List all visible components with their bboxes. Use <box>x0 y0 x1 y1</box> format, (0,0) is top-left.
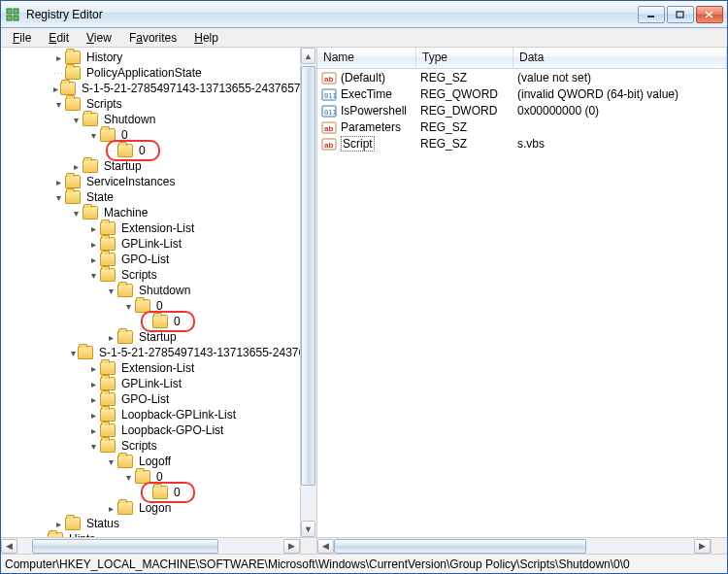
tree-connector: ⋯ <box>141 317 150 326</box>
menu-edit[interactable]: EditEdit <box>41 30 77 46</box>
collapse-icon[interactable]: ▾ <box>88 130 98 140</box>
tree-node-label: ServiceInstances <box>84 175 177 188</box>
expand-icon[interactable]: ▸ <box>88 223 98 233</box>
tree-scroll-area[interactable]: ▸History⋯PolicyApplicationState▸S-1-5-21… <box>1 48 300 537</box>
scroll-right-button[interactable]: ▶ <box>283 539 300 554</box>
collapse-icon[interactable]: ▾ <box>106 286 116 295</box>
expand-icon[interactable]: ▸ <box>88 254 98 264</box>
expand-icon[interactable]: ▸ <box>106 332 116 342</box>
tree-node[interactable]: ▾Scripts <box>1 438 300 454</box>
tree-node[interactable]: ▾Shutdown <box>1 112 300 127</box>
value-row[interactable]: abScriptREG_SZs.vbs <box>317 135 727 152</box>
svg-text:ab: ab <box>324 124 333 133</box>
menu-view[interactable]: ViewView <box>79 30 119 46</box>
tree-node[interactable]: ▸GPLink-List <box>1 236 300 252</box>
values-list[interactable]: ab(Default)REG_SZ(value not set)011ExecT… <box>317 69 727 537</box>
scroll-right-button[interactable]: ▶ <box>694 539 711 554</box>
maximize-button[interactable] <box>667 6 694 23</box>
close-button[interactable] <box>696 6 723 23</box>
menu-file[interactable]: FFileile <box>5 30 39 46</box>
tree-node[interactable]: ▸GPO-List <box>1 252 300 267</box>
collapse-icon[interactable]: ▾ <box>71 348 76 357</box>
tree-node-label: GPLink-List <box>119 377 183 390</box>
collapse-icon[interactable]: ▾ <box>71 115 81 124</box>
tree-node[interactable]: ▸Loopback-GPO-List <box>1 422 300 438</box>
expand-icon[interactable]: ▸ <box>53 84 58 93</box>
collapse-icon[interactable]: ▾ <box>71 208 81 218</box>
tree-node-label: 0 <box>172 486 182 499</box>
tree-node[interactable]: ▸S-1-5-21-2785497143-13713655-24376575 <box>1 81 300 96</box>
expand-icon[interactable]: ▸ <box>88 425 98 435</box>
tree-node[interactable]: ▸Extension-List <box>1 360 300 376</box>
tree-node[interactable]: ▾Scripts <box>1 267 300 283</box>
tree-node[interactable]: ▾Scripts <box>1 96 300 112</box>
collapse-icon[interactable]: ▾ <box>88 270 98 280</box>
svg-rect-2 <box>7 16 12 20</box>
scroll-left-button[interactable]: ◀ <box>317 539 334 554</box>
tree-node[interactable]: ▸GPLink-List <box>1 376 300 391</box>
tree-node[interactable]: ▸Status <box>1 516 300 531</box>
expand-icon[interactable]: ▸ <box>88 379 98 388</box>
tree-node[interactable]: ▾Logoff <box>1 454 300 469</box>
tree-node[interactable]: ▾State <box>1 189 300 205</box>
expand-icon[interactable]: ▸ <box>106 503 116 513</box>
tree-node[interactable]: ▾Machine <box>1 205 300 220</box>
tree-node[interactable]: ▸Loopback-GPLink-List <box>1 407 300 422</box>
tree-node[interactable]: ▸GPO-List <box>1 391 300 407</box>
status-path: Computer\HKEY_LOCAL_MACHINE\SOFTWARE\Mic… <box>5 557 630 571</box>
tree-node[interactable]: ▸Extension-List <box>1 220 300 236</box>
tree-node[interactable]: ▸Startup <box>1 158 300 174</box>
tree-node[interactable]: ▾Shutdown <box>1 283 300 298</box>
collapse-icon[interactable]: ▾ <box>88 441 98 451</box>
expand-icon[interactable]: ▸ <box>88 394 98 404</box>
tree-node[interactable]: ▾0 <box>1 469 300 485</box>
menu-help[interactable]: HelpHelp <box>186 30 226 46</box>
values-horizontal-scrollbar[interactable]: ◀ ▶ <box>317 537 711 554</box>
column-header-name[interactable]: Name <box>317 48 416 68</box>
scroll-up-button[interactable]: ▲ <box>301 48 315 64</box>
collapse-icon[interactable]: ▾ <box>53 99 63 109</box>
folder-icon <box>100 361 116 375</box>
tree-horizontal-scrollbar[interactable]: ◀ ▶ <box>1 537 300 554</box>
binary-value-icon: 011 <box>321 103 337 118</box>
menu-favorites[interactable]: FavoritesFavorites <box>121 30 184 46</box>
expand-icon[interactable]: ▸ <box>88 239 98 249</box>
expand-icon[interactable]: ▸ <box>53 177 63 186</box>
tree-vertical-scrollbar[interactable]: ▲ ▼ <box>300 48 316 537</box>
expand-icon[interactable]: ▸ <box>71 161 81 171</box>
tree-node[interactable]: ▾0 <box>1 127 300 143</box>
titlebar[interactable]: Registry Editor <box>1 1 727 28</box>
tree-node[interactable]: ⋯PolicyApplicationState <box>1 65 300 81</box>
tree-node[interactable]: ▸ServiceInstances <box>1 174 300 189</box>
tree-node-label: GPO-List <box>119 253 171 266</box>
tree-node[interactable]: ⋯0 <box>1 485 300 500</box>
tree-node[interactable]: ⋯0 <box>1 314 300 329</box>
expand-icon[interactable]: ▸ <box>88 410 98 420</box>
column-header-data[interactable]: Data <box>513 48 727 68</box>
folder-icon <box>100 237 116 251</box>
value-row[interactable]: 011IsPowershellREG_DWORD0x00000000 (0) <box>317 102 727 118</box>
tree-node[interactable]: ▸Startup <box>1 329 300 345</box>
collapse-icon[interactable]: ▾ <box>123 301 133 311</box>
string-value-icon: ab <box>321 136 337 152</box>
value-row[interactable]: ab(Default)REG_SZ(value not set) <box>317 69 727 85</box>
collapse-icon[interactable]: ▾ <box>106 456 116 466</box>
folder-icon <box>117 330 133 344</box>
expand-icon[interactable]: ▸ <box>88 363 98 373</box>
tree-node[interactable]: ▾0 <box>1 298 300 314</box>
expand-icon[interactable]: ▸ <box>53 519 63 528</box>
tree-node[interactable]: ▾S-1-5-21-2785497143-13713655-24376 <box>1 345 300 360</box>
minimize-button[interactable] <box>638 6 665 23</box>
scroll-left-button[interactable]: ◀ <box>1 539 17 554</box>
value-name: (Default) <box>341 71 420 84</box>
value-row[interactable]: 011ExecTimeREG_QWORD(invalid QWORD (64-b… <box>317 85 727 102</box>
scroll-down-button[interactable]: ▼ <box>301 521 315 537</box>
tree-node[interactable]: ▸Logon <box>1 500 300 516</box>
collapse-icon[interactable]: ▾ <box>53 192 63 202</box>
tree-node[interactable]: ⋯0 <box>1 143 300 158</box>
column-header-type[interactable]: Type <box>416 48 513 68</box>
expand-icon[interactable]: ▸ <box>53 52 63 62</box>
tree-node[interactable]: ▸History <box>1 50 300 65</box>
value-row[interactable]: abParametersREG_SZ <box>317 118 727 135</box>
collapse-icon[interactable]: ▾ <box>123 472 133 482</box>
